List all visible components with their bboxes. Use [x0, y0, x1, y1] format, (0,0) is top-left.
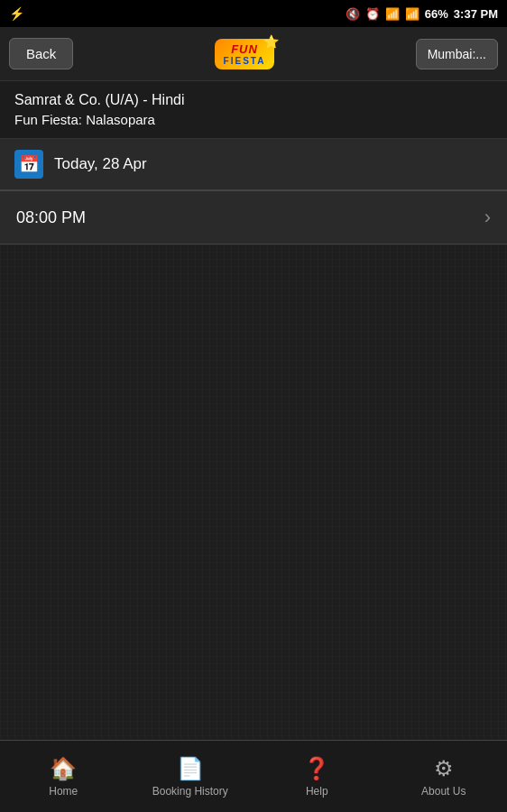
usb-icon: ⚡: [9, 6, 24, 21]
movie-title: Samrat & Co. (U/A) - Hindi: [14, 92, 493, 108]
nav-item-booking-history[interactable]: 📄 Booking History: [127, 749, 254, 805]
logo-fiesta: FIESTA: [224, 56, 266, 66]
help-label: Help: [306, 785, 328, 798]
location-button[interactable]: Mumbai:...: [416, 39, 498, 69]
status-left-icons: ⚡: [9, 6, 24, 21]
current-time: 3:37 PM: [454, 7, 498, 21]
date-section: 📅 Today, 28 Apr: [0, 139, 507, 191]
help-icon: ❓: [303, 756, 330, 781]
nav-item-about-us[interactable]: ⚙ About Us: [381, 749, 508, 805]
status-bar: ⚡ 🔇 ⏰ 📶 📶 66% 3:37 PM: [0, 0, 507, 27]
calendar-icon: 📅: [14, 150, 43, 179]
back-button[interactable]: Back: [9, 38, 73, 69]
main-content-area: [0, 245, 507, 812]
showtime-row[interactable]: 08:00 PM ›: [0, 191, 507, 245]
top-navigation: Back FUN FIESTA ⭐ Mumbai:...: [0, 27, 507, 81]
app-logo: FUN FIESTA ⭐: [215, 39, 275, 69]
wifi-icon: 📶: [385, 7, 400, 21]
about-us-label: About Us: [421, 785, 466, 798]
home-label: Home: [49, 785, 78, 798]
chevron-right-icon: ›: [484, 206, 491, 229]
logo-fun: FUN: [224, 42, 266, 56]
logo-star-icon: ⭐: [263, 34, 279, 49]
home-icon: 🏠: [50, 756, 77, 781]
nav-item-help[interactable]: ❓ Help: [254, 749, 381, 805]
cinema-name: Fun Fiesta: Nalasopara: [14, 112, 493, 127]
signal-icon: 📶: [405, 7, 419, 21]
bottom-navigation: 🏠 Home 📄 Booking History ❓ Help ⚙ About …: [0, 740, 507, 812]
booking-history-icon: 📄: [177, 756, 204, 781]
movie-info-section: Samrat & Co. (U/A) - Hindi Fun Fiesta: N…: [0, 81, 507, 139]
selected-date: Today, 28 Apr: [54, 155, 147, 173]
battery-level: 66%: [425, 7, 448, 21]
showtime-value: 08:00 PM: [16, 208, 86, 227]
status-right-info: 🔇 ⏰ 📶 📶 66% 3:37 PM: [346, 7, 498, 21]
mute-icon: 🔇: [346, 7, 360, 21]
about-us-icon: ⚙: [434, 756, 454, 781]
nav-item-home[interactable]: 🏠 Home: [0, 749, 127, 805]
booking-history-label: Booking History: [152, 785, 228, 798]
alarm-icon: ⏰: [365, 7, 380, 21]
